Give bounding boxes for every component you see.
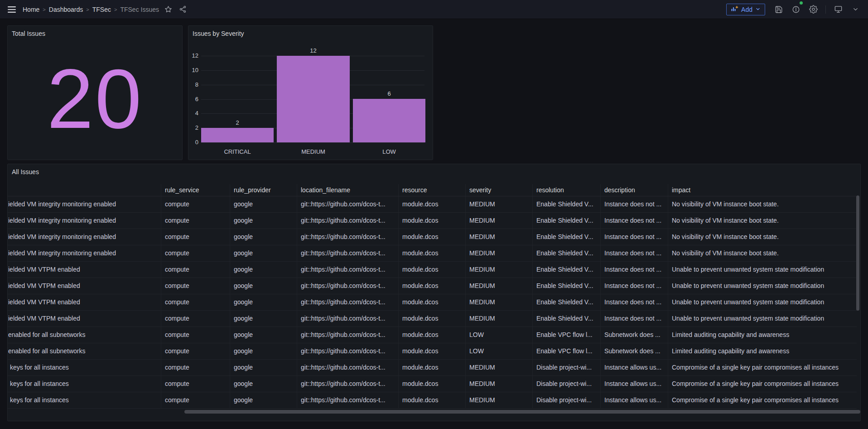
breadcrumb-item-dashboards[interactable]: Dashboards — [49, 6, 83, 13]
table-cell: google — [230, 327, 297, 343]
table-cell: google — [230, 343, 297, 359]
table-cell: compute — [161, 294, 230, 310]
total-issues-panel: Total Issues 20 — [7, 25, 183, 160]
bar-chart: 0246810122CRITICAL12MEDIUM6LOW — [188, 26, 433, 160]
table-cell: google — [230, 294, 297, 310]
column-header-resource[interactable]: resource — [399, 184, 466, 196]
breadcrumb: Home>Dashboards>TFSec>TFSec Issues — [23, 6, 159, 13]
breadcrumb-separator: > — [43, 6, 45, 12]
table-cell: Disable project-wi... — [533, 376, 601, 392]
table-cell: git::https://github.com/dcos-t... — [297, 311, 399, 327]
table-cell: git::https://github.com/dcos-t... — [297, 343, 399, 359]
tv-mode-button[interactable] — [831, 3, 845, 16]
issues-table: rule_servicerule_providerlocation_filena… — [8, 184, 857, 409]
table-cell: compute — [161, 392, 230, 408]
table-cell: git::https://github.com/dcos-t... — [297, 213, 399, 229]
table-cell: Instance does not ... — [601, 196, 668, 212]
y-axis-tick-label: 4 — [188, 110, 198, 117]
collapse-toolbar-button[interactable] — [848, 3, 863, 16]
table-cell: Instance does not ... — [601, 278, 668, 294]
table-cell: Subnetwork does ... — [601, 343, 668, 359]
column-header-impact[interactable]: impact — [668, 184, 857, 196]
dashboard-insights-button[interactable] — [789, 3, 803, 16]
share-button[interactable] — [175, 3, 190, 16]
breadcrumb-item-tfsec[interactable]: TFSec — [92, 6, 111, 13]
table-cell: No visibility of VM instance boot state. — [668, 196, 857, 212]
table-cell: google — [230, 376, 297, 392]
favorite-button[interactable] — [161, 3, 175, 16]
column-header-resolution[interactable]: resolution — [533, 184, 601, 196]
table-cell: MEDIUM — [466, 294, 533, 310]
table-cell: Limited auditing capability and awarenes… — [668, 327, 857, 343]
table-cell: Enable VPC flow l... — [533, 327, 601, 343]
panel-title[interactable]: All Issues — [12, 168, 39, 176]
column-header-rule_provider[interactable]: rule_provider — [230, 184, 297, 196]
bar-value-label: 2 — [201, 119, 274, 126]
table-cell: Instance does not ... — [601, 311, 668, 327]
table-cell: MEDIUM — [466, 376, 533, 392]
table-cell: keys for all instances — [8, 360, 161, 375]
bar-value-label: 6 — [353, 90, 425, 97]
column-header-rule[interactable] — [8, 184, 161, 196]
bar-medium[interactable] — [277, 56, 350, 142]
column-header-severity[interactable]: severity — [466, 184, 533, 196]
vertical-scrollbar-thumb[interactable] — [856, 195, 859, 311]
add-panel-button[interactable]: Add — [726, 4, 765, 15]
table-cell: Instance allows us... — [601, 392, 668, 408]
breadcrumb-item-home[interactable]: Home — [23, 6, 39, 13]
table-cell: compute — [161, 343, 230, 359]
column-header-description[interactable]: description — [601, 184, 668, 196]
save-dashboard-button[interactable] — [772, 3, 786, 16]
save-icon — [775, 5, 783, 14]
share-icon — [179, 5, 187, 13]
bar-value-label: 12 — [277, 47, 350, 54]
table-cell: Compromise of a single key pair compromi… — [668, 392, 857, 408]
table-row: keys for all instancescomputegooglegit::… — [8, 392, 857, 409]
table-cell: compute — [161, 376, 230, 392]
bar-low[interactable] — [353, 99, 425, 142]
table-cell: google — [230, 392, 297, 408]
table-cell: google — [230, 245, 297, 261]
table-cell: Instance does not ... — [601, 229, 668, 245]
y-axis-tick-label: 12 — [188, 52, 198, 59]
table-cell: Unable to prevent unwanted system state … — [668, 278, 857, 294]
y-axis-tick-label: 10 — [188, 67, 198, 74]
stat-value: 20 — [8, 41, 182, 157]
menu-toggle-button[interactable] — [5, 3, 19, 16]
table-cell: git::https://github.com/dcos-t... — [297, 360, 399, 375]
notification-dot — [800, 1, 803, 5]
table-cell: compute — [161, 245, 230, 261]
table-cell: google — [230, 262, 297, 278]
table-cell: No visibility of VM instance boot state. — [668, 213, 857, 229]
navbar-actions: Add — [726, 3, 863, 16]
panel-title[interactable]: Total Issues — [12, 30, 45, 37]
table-cell: Enable VPC flow l... — [533, 343, 601, 359]
top-navbar: Home>Dashboards>TFSec>TFSec Issues Add — [0, 0, 868, 19]
table-cell: git::https://github.com/dcos-t... — [297, 294, 399, 310]
dashboard-settings-button[interactable] — [806, 3, 820, 16]
chart-gridline — [201, 142, 424, 143]
table-row: ielded VM integrity monitoring enabledco… — [8, 213, 857, 229]
breadcrumb-item-tfsec-issues: TFSec Issues — [120, 6, 159, 13]
table-cell: keys for all instances — [8, 392, 161, 408]
x-axis-label-medium: MEDIUM — [277, 148, 350, 155]
table-cell: compute — [161, 196, 230, 212]
add-button-label: Add — [741, 6, 752, 13]
table-row: ielded VM VTPM enabledcomputegooglegit::… — [8, 262, 857, 278]
breadcrumb-separator: > — [86, 6, 89, 12]
bar-critical[interactable] — [201, 128, 274, 142]
table-cell: ielded VM VTPM enabled — [8, 311, 161, 327]
add-visualization-icon — [731, 5, 738, 14]
horizontal-scrollbar-thumb[interactable] — [184, 410, 860, 414]
table-row: enabled for all subnetworkscomputegoogle… — [8, 343, 857, 360]
column-header-location_filename[interactable]: location_filename — [297, 184, 399, 196]
table-cell: Disable project-wi... — [533, 360, 601, 375]
hamburger-icon — [8, 6, 16, 13]
table-cell: git::https://github.com/dcos-t... — [297, 229, 399, 245]
monitor-icon — [834, 5, 843, 14]
table-cell: keys for all instances — [8, 376, 161, 392]
info-circle-icon — [792, 5, 800, 14]
table-cell: Instance allows us... — [601, 376, 668, 392]
column-header-rule_service[interactable]: rule_service — [161, 184, 230, 196]
table-cell: Instance does not ... — [601, 213, 668, 229]
